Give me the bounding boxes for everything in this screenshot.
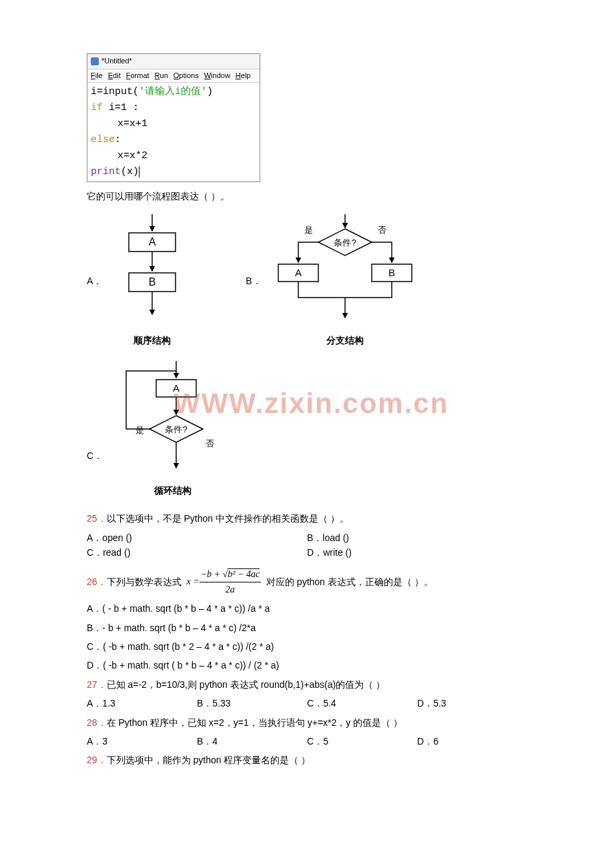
diagram-c-caption: 循环结构 (154, 483, 192, 498)
menu-edit[interactable]: Edit (108, 70, 121, 82)
q28-b: 4 (212, 736, 218, 747)
q27-b: 5.33 (212, 698, 230, 709)
code-editor-window: *Untitled* File Edit Format Run Options … (87, 53, 260, 182)
q28-b-label: B． (197, 736, 212, 747)
q26-c: ( -b + math. sqrt (b * 2 – 4 * a * c)) /… (103, 641, 274, 652)
diagram-loop: A 条件? 是 否 循环结构 (113, 361, 233, 498)
svg-text:B: B (388, 267, 395, 278)
q28-text: 在 Python 程序中，已知 x=2，y=1，当执行语句 y+=x*2，y 的… (107, 717, 402, 728)
menu-help[interactable]: Help (236, 70, 251, 82)
menu-run[interactable]: Run (155, 70, 168, 82)
svg-text:A: A (295, 267, 302, 278)
code-l1-pc: ) (207, 86, 213, 97)
q27-line: 27．已知 a=-2，b=10/3,则 python 表达式 round(b,1… (87, 677, 527, 692)
q27-a-label: A． (87, 698, 102, 709)
q27-num: 27． (87, 679, 107, 690)
diagram-b-caption: 分支结构 (326, 333, 364, 348)
code-body: i=input('请输入i的值') if i=1 : x=x+1 else: x… (87, 83, 260, 181)
q26-frac-top-left: −b + (201, 569, 223, 579)
menu-window[interactable]: Window (204, 70, 230, 82)
menu-bar: File Edit Format Run Options Window Help (87, 69, 260, 83)
code-l2-rest: i=1 : (103, 102, 139, 113)
q29-line: 29．下列选项中，能作为 python 程序变量名的是（ ） (87, 753, 527, 767)
q26-a: ( - b + math. sqrt (b * b – 4 * a * c)) … (102, 603, 270, 614)
q26-d-label: D． (87, 660, 103, 671)
svg-text:否: 否 (206, 438, 214, 448)
code-l6-fn: print (91, 166, 121, 177)
q26-text-before: 下列与数学表达式 (107, 576, 182, 586)
code-l4-colon: : (115, 134, 121, 145)
window-title: *Untitled* (101, 55, 132, 67)
cursor-icon (139, 166, 145, 177)
svg-text:条件?: 条件? (166, 424, 188, 434)
code-l6-arg: (x) (121, 166, 139, 177)
q26-d: ( -b + math. sqrt ( b * b – 4 * a * c)) … (103, 660, 279, 671)
svg-text:B: B (149, 276, 156, 288)
svg-text:否: 否 (377, 225, 386, 235)
svg-text:条件?: 条件? (334, 238, 356, 248)
q28-c-label: C． (307, 736, 323, 747)
q25-a: open () (102, 532, 131, 543)
menu-options[interactable]: Options (174, 70, 199, 82)
q27-a: 1.3 (102, 698, 115, 709)
q26-b: - b + math. sqrt (b * b – 4 * a * c) /2*… (102, 622, 256, 633)
q26-text-after: 对应的 python 表达式，正确的是（ ）。 (266, 576, 433, 586)
code-l4-kw: else (91, 134, 115, 145)
svg-text:A: A (173, 382, 180, 394)
q26-b-label: B． (87, 622, 102, 633)
sequential-flowchart-icon: A B (112, 214, 192, 328)
code-l1-po: ( (133, 86, 139, 97)
q28-d-label: D． (417, 736, 433, 747)
q25-b-label: B． (307, 532, 322, 543)
q26-num: 26． (87, 576, 107, 586)
q26-c-label: C． (87, 641, 103, 652)
branch-flowchart-icon: 条件? 是 否 A B (272, 214, 418, 328)
q25-line: 25．以下选项中，不是 Python 中文件操作的相关函数是（ ）。 (87, 511, 527, 526)
q25-text: 以下选项中，不是 Python 中文件操作的相关函数是（ ）。 (107, 513, 349, 524)
q28-a-label: A． (87, 736, 102, 747)
loop-flowchart-icon: A 条件? 是 否 (113, 361, 233, 478)
q28-num: 28． (87, 717, 107, 728)
q27-c: 5.4 (323, 698, 336, 709)
q28-a: 3 (102, 736, 107, 747)
q25-d: write () (323, 547, 352, 558)
code-l5: x=x*2 (117, 150, 147, 161)
q27-c-label: C． (307, 698, 323, 709)
code-l1-assign: i=input (91, 86, 133, 97)
code-l3: x=x+1 (117, 118, 147, 129)
opt-c-label: C． (87, 448, 103, 463)
q29-num: 29． (87, 755, 107, 765)
svg-text:是: 是 (135, 425, 144, 435)
q28-c: 5 (323, 736, 328, 747)
q25-a-label: A． (87, 532, 102, 543)
code-l1-str: '请输入i的值' (139, 86, 207, 97)
menu-format[interactable]: Format (126, 70, 149, 82)
q27-d: 5.3 (433, 698, 446, 709)
diagram-branch: 条件? 是 否 A B 分支结构 (272, 214, 418, 348)
q26-a-label: A． (87, 603, 102, 614)
q26-frac-bot: 2a (224, 582, 236, 597)
code-l2-kw: if (91, 102, 103, 113)
q25-c-label: C． (87, 547, 103, 558)
diagram-sequential: A B 顺序结构 (112, 214, 192, 348)
svg-text:A: A (149, 236, 156, 248)
q24-tail-text: 它的可以用哪个流程图表达（ ）。 (87, 189, 527, 203)
q25-d-label: D． (307, 547, 323, 558)
q27-text: 已知 a=-2，b=10/3,则 python 表达式 round(b,1)+a… (107, 679, 385, 690)
q25-b: load () (322, 532, 349, 543)
title-bar: *Untitled* (87, 54, 260, 69)
q26-xeq: x = (186, 574, 199, 589)
svg-text:是: 是 (304, 225, 312, 235)
q27-d-label: D． (417, 698, 433, 709)
diagram-a-caption: 顺序结构 (133, 333, 171, 348)
q27-b-label: B． (197, 698, 212, 709)
menu-file[interactable]: File (91, 70, 103, 82)
q29-text: 下列选项中，能作为 python 程序变量名的是（ ） (107, 755, 311, 765)
q28-line: 28．在 Python 程序中，已知 x=2，y=1，当执行语句 y+=x*2，… (87, 715, 527, 730)
q25-c: read () (103, 547, 130, 558)
q26-line: 26．下列与数学表达式 x = −b + √b² − 4ac 2a 对应的 py… (87, 567, 527, 598)
q25-num: 25． (87, 513, 107, 524)
opt-b-label: B． (246, 274, 261, 288)
q26-formula: x = −b + √b² − 4ac 2a (186, 567, 261, 598)
opt-a-label: A． (87, 274, 102, 288)
